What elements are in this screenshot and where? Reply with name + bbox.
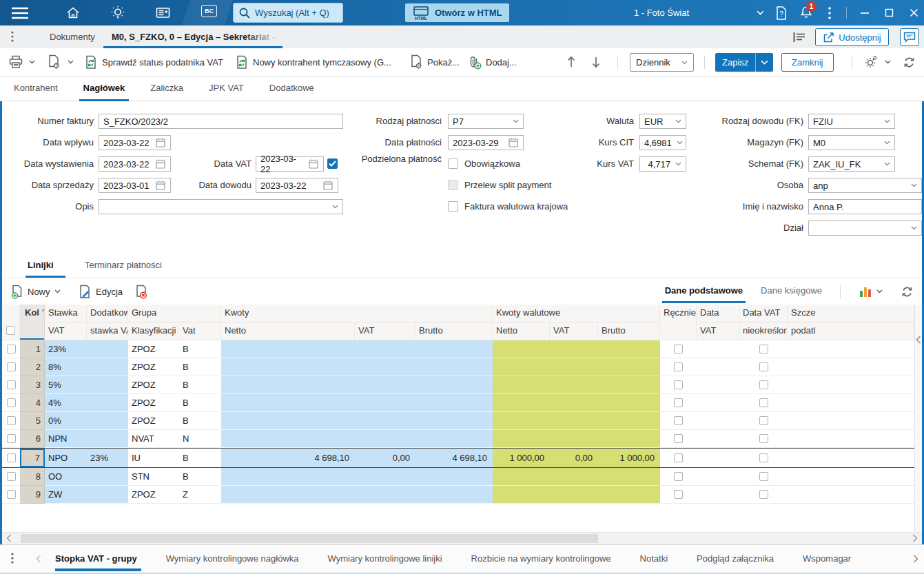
column-header-stawka-vat[interactable]: Stawka	[45, 305, 87, 322]
recznie-cell[interactable]	[660, 376, 697, 394]
tab-dane-podstawowe[interactable]: Dane podstawowe	[665, 278, 743, 305]
data-vat-nieokreslona-cell[interactable]	[739, 412, 788, 430]
data-vat-field[interactable]: 2023-03-22	[256, 156, 324, 172]
row-select-cell[interactable]	[2, 376, 20, 394]
tab-dane-ksiegowe[interactable]: Dane księgowe	[761, 278, 822, 305]
recznie-checkbox[interactable]	[674, 380, 683, 389]
calendar-icon[interactable]	[508, 137, 519, 148]
row-checkbox[interactable]	[7, 345, 16, 353]
add-attachment-button[interactable]: Dodaj...	[467, 48, 517, 76]
table-row[interactable]: 7NPO23%IUB4 698,100,004 698,101 000,000,…	[2, 448, 914, 468]
walutowe-vat-cell[interactable]	[550, 430, 598, 448]
row-select-cell[interactable]	[2, 430, 20, 448]
data-vat-cell[interactable]	[697, 449, 739, 467]
stawka-vat-cell[interactable]: NPN	[45, 430, 87, 448]
chevron-down-icon[interactable]	[884, 141, 890, 145]
rodzaj-dowodu-fk-select[interactable]: FZIU	[808, 114, 895, 129]
data-vat-nieokreslona-checkbox[interactable]	[759, 434, 768, 443]
column-header-dodatkowa-2[interactable]: stawka VAT	[87, 322, 128, 340]
row-checkbox[interactable]	[7, 398, 16, 407]
numer-faktury-input[interactable]	[103, 116, 338, 127]
walutowe-vat-cell[interactable]	[550, 468, 598, 486]
kwoty-brutto-cell[interactable]	[415, 340, 493, 358]
walutowe-brutto-cell[interactable]	[598, 340, 660, 358]
recznie-checkbox[interactable]	[674, 416, 683, 425]
kwoty-brutto-cell[interactable]	[415, 486, 493, 504]
tab-zaliczka[interactable]: Zaliczka	[150, 76, 183, 101]
waluta-select[interactable]: EUR	[639, 114, 686, 129]
tab-terminarz-platnosci[interactable]: Terminarz płatności	[85, 254, 162, 278]
kwoty-netto-cell[interactable]	[221, 340, 355, 358]
column-header-brutto[interactable]: Brutto	[415, 322, 493, 340]
recznie-checkbox[interactable]	[674, 453, 683, 462]
journal-select[interactable]: Dziennik	[630, 53, 694, 72]
szczegoly-cell[interactable]	[788, 449, 914, 467]
kurs-cit-select[interactable]: 4,6981	[639, 135, 686, 150]
recznie-cell[interactable]	[660, 412, 697, 430]
recznie-cell[interactable]	[660, 394, 697, 412]
grid-refresh-button[interactable]	[901, 278, 914, 305]
data-vat-nieokreslona-checkbox[interactable]	[759, 380, 768, 389]
data-vat-nieokreslona-checkbox[interactable]	[759, 398, 768, 407]
table-row[interactable]: 9ZWZPOZZ	[2, 486, 914, 504]
close-window-button[interactable]	[910, 8, 918, 17]
data-vat-nieokreslona-cell[interactable]	[739, 358, 788, 376]
walutowe-vat-cell[interactable]	[550, 376, 598, 394]
data-vat-nieokreslona-cell[interactable]	[739, 468, 788, 486]
dzial-select[interactable]	[808, 221, 922, 236]
column-group-grupa[interactable]: Grupa	[128, 305, 221, 322]
data-vat-nieokreslona-checkbox[interactable]	[759, 416, 768, 425]
kwoty-brutto-cell[interactable]	[415, 430, 493, 448]
kwoty-netto-cell[interactable]	[221, 376, 355, 394]
grupa-klasyfikacji-cell[interactable]: ZPOZ	[128, 340, 179, 358]
data-vat-cell[interactable]	[697, 340, 739, 358]
walutowe-brutto-cell[interactable]	[598, 486, 660, 504]
walutowe-brutto-cell[interactable]: 1 000,00	[598, 449, 660, 467]
feedback-comment-button[interactable]	[900, 28, 919, 46]
grupa-vat-cell[interactable]: B	[179, 358, 221, 376]
bottom-tab-stopka-vat-grupy[interactable]: Stopka VAT - grupy	[55, 545, 137, 573]
column-header-kol[interactable]: Kol	[20, 305, 45, 340]
tab-dodatkowe[interactable]: Dodatkowe	[269, 76, 314, 101]
data-vat-cell[interactable]	[697, 376, 739, 394]
data-vat-nieokreslona-cell[interactable]	[739, 376, 788, 394]
opis-select[interactable]	[99, 199, 343, 214]
row-checkbox[interactable]	[7, 362, 16, 371]
save-button[interactable]: Zapisz	[715, 53, 773, 72]
tab-kontrahent[interactable]: Kontrahent	[14, 76, 58, 101]
grupa-vat-cell[interactable]: B	[179, 412, 221, 430]
recznie-cell[interactable]	[660, 358, 697, 376]
tab-naglowek[interactable]: Nagłówek	[83, 76, 125, 101]
osoba-select[interactable]: anp	[808, 178, 922, 193]
kol-cell[interactable]: 2	[20, 358, 45, 376]
szczegoly-cell[interactable]	[788, 340, 914, 358]
open-in-html-button[interactable]: HTML Otwórz w HTML	[405, 3, 509, 22]
data-dowodu-field[interactable]: 2023-03-22	[256, 178, 338, 193]
bottom-tabs-scroll-left-icon[interactable]	[36, 555, 41, 563]
dodatkowa-stawka-cell[interactable]	[87, 394, 128, 412]
walutowe-brutto-cell[interactable]	[598, 376, 660, 394]
dodatkowa-stawka-cell[interactable]	[87, 412, 128, 430]
dodatkowa-stawka-cell[interactable]	[87, 468, 128, 486]
walutowe-brutto-cell[interactable]	[598, 394, 660, 412]
select-all-cell[interactable]	[2, 305, 20, 340]
row-select-cell[interactable]	[2, 449, 20, 467]
dodatkowa-stawka-cell[interactable]	[87, 486, 128, 504]
stawka-vat-cell[interactable]: ZW	[45, 486, 87, 504]
dodatkowa-stawka-cell[interactable]	[87, 376, 128, 394]
data-vat-nieokreslona-cell[interactable]	[739, 449, 788, 467]
walutowe-netto-cell[interactable]	[493, 376, 550, 394]
bottom-tabs-scroll-right-icon[interactable]	[913, 555, 918, 563]
search-input[interactable]	[255, 8, 336, 18]
chevron-down-icon[interactable]	[911, 183, 917, 187]
kol-cell[interactable]: 1	[20, 340, 45, 358]
recznie-checkbox[interactable]	[674, 434, 683, 443]
kol-cell[interactable]: 7	[20, 449, 45, 467]
chevron-down-icon[interactable]	[675, 119, 681, 123]
kwoty-netto-cell[interactable]	[221, 486, 355, 504]
grupa-vat-cell[interactable]: B	[179, 376, 221, 394]
kol-cell[interactable]: 3	[20, 376, 45, 394]
maximize-button[interactable]	[885, 8, 894, 17]
magazyn-fk-select[interactable]: M0	[808, 135, 895, 150]
row-select-cell[interactable]	[2, 340, 20, 358]
